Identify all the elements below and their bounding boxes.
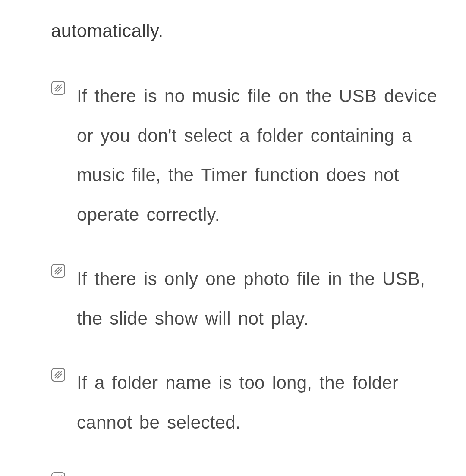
note-icon bbox=[51, 367, 66, 382]
note-text: Each USB you use is assigned its own fol… bbox=[77, 467, 442, 476]
note-text: If there is only one photo file in the U… bbox=[77, 259, 442, 338]
note-item: Each USB you use is assigned its own fol… bbox=[51, 467, 442, 476]
note-text: If a folder name is too long, the folder… bbox=[77, 363, 442, 442]
note-text: If there is no music file on the USB dev… bbox=[77, 76, 442, 234]
document-page: automatically. If there is no music file… bbox=[0, 0, 466, 476]
note-item: If a folder name is too long, the folder… bbox=[51, 363, 442, 442]
note-item: If there is no music file on the USB dev… bbox=[51, 76, 442, 234]
note-list: If there is no music file on the USB dev… bbox=[51, 76, 442, 476]
note-item: If there is only one photo file in the U… bbox=[51, 259, 442, 338]
intro-text-fragment: automatically. bbox=[51, 16, 442, 45]
note-icon bbox=[51, 472, 66, 476]
svg-rect-12 bbox=[52, 473, 65, 476]
note-icon bbox=[51, 263, 66, 278]
note-icon bbox=[51, 81, 66, 95]
